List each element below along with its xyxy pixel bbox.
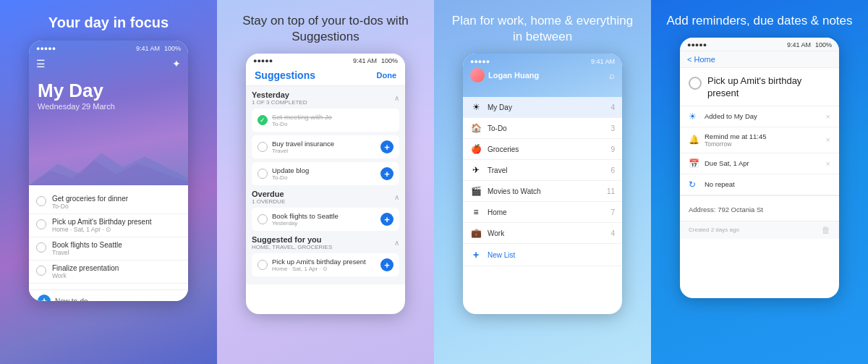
phone4-details: ☀ Added to My Day × 🔔 Remind me at 11:45… — [680, 106, 839, 221]
suggestion-text: Update blog To-Do — [272, 166, 376, 181]
suggestion-text: Buy travel insurance Travel — [272, 140, 376, 154]
time-display: 9:41 AM — [787, 41, 811, 48]
battery-icon: 100% — [164, 45, 181, 52]
task-item-3[interactable]: Book flights to Seattle Travel — [29, 237, 188, 261]
section-count: 1 OF 3 COMPLETED — [252, 99, 307, 106]
remove-icon[interactable]: × — [826, 112, 830, 121]
phone3-header-bg: ●●●●● 9:41 AM Logan Huang ⌕ — [463, 54, 622, 97]
list-icon: ≡ — [470, 207, 482, 217]
suggestions-title: Suggestions — [255, 69, 315, 81]
task-circle-completed: ✓ — [258, 115, 268, 125]
phone2-header: Suggestions Done — [246, 67, 405, 86]
panel4-tagline: Add reminders, due dates & notes — [652, 13, 867, 38]
task-name: Pick up Amit's birthday present — [272, 258, 376, 266]
detail-row-reminder[interactable]: 🔔 Remind me at 11:45 Tomorrow × — [680, 127, 839, 153]
bell-icon: 🔔 — [689, 135, 699, 145]
task-title: Pick up Amit's birthday present — [707, 75, 830, 100]
task-item-1[interactable]: Get groceries for dinner To-Do — [29, 191, 188, 214]
time-display: 9:41 AM — [353, 57, 377, 64]
task-circle — [689, 77, 702, 90]
task-name: Book flights to Seattle — [52, 241, 122, 249]
suggestion-item-2[interactable]: Buy travel insurance Travel + — [252, 135, 399, 158]
task-name: Finalize presentation — [52, 264, 119, 272]
task-circle — [258, 142, 268, 152]
remove-icon[interactable]: × — [826, 135, 830, 144]
list-row-movies[interactable]: 🎬 Movies to Watch 11 — [463, 181, 622, 202]
plane-icon: ✈ — [470, 165, 482, 175]
section-count: 1 OVERDUE — [252, 198, 285, 205]
battery-icon: 100% — [815, 41, 832, 48]
back-button[interactable]: < Home — [687, 55, 715, 64]
search-icon[interactable]: ⌕ — [609, 70, 615, 81]
add-suggestion-button[interactable]: + — [380, 258, 393, 271]
task-list: Travel — [52, 249, 122, 256]
detail-row-duedate[interactable]: 📅 Due Sat, 1 Apr × — [680, 153, 839, 174]
trash-icon[interactable]: 🗑 — [822, 225, 830, 235]
list-count: 4 — [610, 229, 615, 237]
suggestion-text: Book flights to Seattle Yesterday — [272, 212, 376, 227]
new-list-label: New List — [488, 251, 615, 259]
chevron-icon: ∧ — [394, 193, 399, 201]
suggestion-item-3[interactable]: Update blog To-Do + — [252, 162, 399, 185]
chevron-icon: ∧ — [394, 94, 399, 102]
chevron-icon: ∧ — [394, 239, 399, 247]
home-icon: 🏠 — [470, 123, 482, 133]
add-todo-button[interactable]: + — [38, 295, 51, 301]
task-item-4[interactable]: Finalize presentation Work — [29, 261, 188, 284]
address-label: Address: 792 Octania St — [689, 206, 763, 213]
add-suggestion-button[interactable]: + — [380, 213, 393, 226]
list-row-myday[interactable]: ☀ My Day 4 — [463, 97, 622, 118]
signal-icon: ●●●●● — [470, 58, 490, 65]
detail-label: Added to My Day — [705, 112, 820, 120]
detail-row-repeat[interactable]: ↻ No repeat — [680, 174, 839, 195]
task-circle — [258, 169, 268, 179]
list-row-todo[interactable]: 🏠 To-Do 3 — [463, 118, 622, 139]
sun-icon: ✦ — [172, 58, 181, 69]
task-circle — [36, 219, 46, 229]
signal-icon: ●●●●● — [36, 45, 56, 52]
phone4-frame: ●●●●● 9:41 AM 100% < Home Pick up Amit's… — [680, 38, 839, 298]
list-row-home[interactable]: ≡ Home 7 — [463, 202, 622, 223]
section-count: HOME, TRAVEL, GROCERIES — [252, 244, 332, 250]
my-day-title: My Day — [38, 80, 179, 102]
done-button[interactable]: Done — [377, 71, 397, 80]
suggestion-item-suggested[interactable]: Pick up Amit's birthday present Home · S… — [252, 253, 399, 276]
list-name: Groceries — [488, 145, 605, 153]
phone2-status: ●●●●● 9:41 AM 100% — [246, 54, 405, 67]
suggestion-item-1[interactable]: ✓ Set meeting with Jo To-Do — [252, 109, 399, 132]
detail-label: Remind me at 11:45 — [705, 132, 820, 140]
task-circle — [258, 214, 268, 224]
phone1-tasks: Get groceries for dinner To-Do Pick up A… — [29, 185, 188, 289]
add-suggestion-button[interactable]: + — [380, 140, 393, 153]
panel-4: Add reminders, due dates & notes ●●●●● 9… — [651, 0, 868, 364]
panel1-tagline: Your day in focus — [34, 13, 183, 41]
list-name: To-Do — [488, 124, 605, 132]
time-display: 9:41 AM — [136, 45, 160, 52]
task-name: Set meeting with Jo — [272, 113, 393, 121]
phone4-task-title: Pick up Amit's birthday present — [680, 68, 839, 106]
battery-icon: 100% — [381, 57, 398, 64]
calendar-icon: 📅 — [689, 158, 699, 169]
menu-icon[interactable]: ☰ — [36, 58, 46, 69]
list-row-travel[interactable]: ✈ Travel 6 — [463, 160, 622, 181]
add-suggestion-button[interactable]: + — [380, 167, 393, 180]
phone4-status: ●●●●● 9:41 AM 100% — [680, 38, 839, 51]
briefcase-icon: 💼 — [470, 228, 482, 238]
remove-icon[interactable]: × — [826, 159, 830, 168]
task-list: Work — [52, 272, 119, 279]
suggestion-item-overdue[interactable]: Book flights to Seattle Yesterday + — [252, 208, 399, 231]
apple-icon: 🍎 — [470, 144, 482, 154]
task-item-2[interactable]: Pick up Amit's Birthday present Home · S… — [29, 214, 188, 237]
list-row-work[interactable]: 💼 Work 4 — [463, 223, 622, 244]
list-name: Work — [488, 229, 605, 237]
list-count: 6 — [610, 166, 615, 174]
list-row-groceries[interactable]: 🍎 Groceries 9 — [463, 139, 622, 160]
reminder-text: Remind me at 11:45 Tomorrow — [705, 132, 820, 148]
task-list: To-Do — [272, 174, 376, 181]
list-row-new[interactable]: + New List — [463, 244, 622, 266]
task-name: Pick up Amit's Birthday present — [52, 218, 152, 226]
phone1-toolbar: ☰ ✦ — [29, 55, 188, 72]
task-circle — [36, 266, 46, 276]
detail-row-myday[interactable]: ☀ Added to My Day × — [680, 106, 839, 127]
time-display: 9:41 AM — [591, 58, 615, 65]
